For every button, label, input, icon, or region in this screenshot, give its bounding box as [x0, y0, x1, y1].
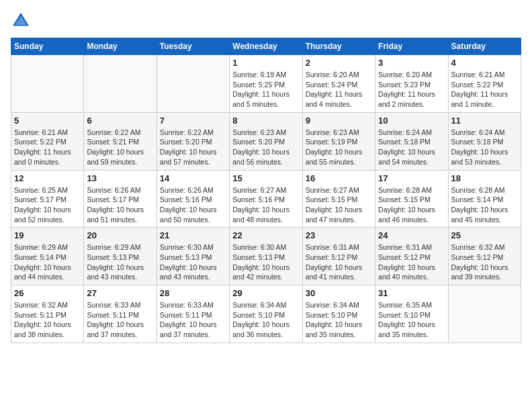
day-number: 26 — [14, 288, 81, 298]
logo-icon — [11, 11, 31, 31]
day-cell: 24Sunrise: 6:31 AMSunset: 5:12 PMDayligh… — [375, 228, 448, 285]
day-cell: 9Sunrise: 6:23 AMSunset: 5:19 PMDaylight… — [302, 112, 375, 170]
day-number: 21 — [160, 230, 226, 240]
day-cell: 28Sunrise: 6:33 AMSunset: 5:11 PMDayligh… — [157, 285, 229, 343]
day-number: 1 — [232, 58, 299, 68]
day-cell: 16Sunrise: 6:27 AMSunset: 5:15 PMDayligh… — [302, 170, 375, 228]
day-cell: 19Sunrise: 6:29 AMSunset: 5:14 PMDayligh… — [11, 228, 84, 285]
calendar-table: SundayMondayTuesdayWednesdayThursdayFrid… — [11, 38, 521, 343]
day-info: Sunrise: 6:24 AMSunset: 5:18 PMDaylight:… — [451, 128, 518, 167]
day-number: 28 — [160, 288, 226, 298]
day-info: Sunrise: 6:23 AMSunset: 5:20 PMDaylight:… — [232, 128, 299, 167]
day-cell: 27Sunrise: 6:33 AMSunset: 5:11 PMDayligh… — [84, 285, 157, 343]
day-number: 5 — [14, 116, 81, 126]
week-row-2: 5Sunrise: 6:21 AMSunset: 5:22 PMDaylight… — [11, 112, 521, 170]
day-number: 13 — [87, 173, 153, 183]
day-info: Sunrise: 6:35 AMSunset: 5:10 PMDaylight:… — [378, 300, 445, 340]
weekday-header-wednesday: Wednesday — [230, 38, 302, 55]
day-number: 3 — [378, 58, 445, 68]
day-number: 31 — [378, 288, 445, 298]
day-info: Sunrise: 6:26 AMSunset: 5:16 PMDaylight:… — [160, 185, 226, 225]
weekday-header-row: SundayMondayTuesdayWednesdayThursdayFrid… — [11, 38, 521, 55]
day-info: Sunrise: 6:34 AMSunset: 5:10 PMDaylight:… — [232, 300, 299, 340]
day-info: Sunrise: 6:31 AMSunset: 5:12 PMDaylight:… — [306, 242, 372, 282]
day-number: 30 — [306, 288, 372, 298]
day-info: Sunrise: 6:20 AMSunset: 5:23 PMDaylight:… — [378, 70, 445, 109]
day-info: Sunrise: 6:29 AMSunset: 5:14 PMDaylight:… — [14, 242, 81, 282]
day-cell — [11, 55, 84, 113]
day-cell: 20Sunrise: 6:29 AMSunset: 5:13 PMDayligh… — [84, 228, 157, 285]
day-cell — [157, 55, 229, 113]
day-cell: 12Sunrise: 6:25 AMSunset: 5:17 PMDayligh… — [11, 170, 84, 228]
day-info: Sunrise: 6:32 AMSunset: 5:11 PMDaylight:… — [14, 300, 81, 340]
day-cell — [84, 55, 157, 113]
day-cell: 1Sunrise: 6:19 AMSunset: 5:25 PMDaylight… — [230, 55, 302, 113]
day-info: Sunrise: 6:26 AMSunset: 5:17 PMDaylight:… — [87, 185, 153, 225]
day-cell: 3Sunrise: 6:20 AMSunset: 5:23 PMDaylight… — [375, 55, 448, 113]
day-info: Sunrise: 6:28 AMSunset: 5:15 PMDaylight:… — [378, 185, 445, 225]
day-number: 22 — [232, 230, 299, 240]
day-cell: 31Sunrise: 6:35 AMSunset: 5:10 PMDayligh… — [375, 285, 448, 343]
day-info: Sunrise: 6:27 AMSunset: 5:16 PMDaylight:… — [232, 185, 299, 225]
day-number: 29 — [232, 288, 299, 298]
day-info: Sunrise: 6:28 AMSunset: 5:14 PMDaylight:… — [451, 185, 518, 225]
day-number: 25 — [451, 230, 518, 240]
day-info: Sunrise: 6:21 AMSunset: 5:22 PMDaylight:… — [451, 70, 518, 109]
day-cell: 10Sunrise: 6:24 AMSunset: 5:18 PMDayligh… — [375, 112, 448, 170]
day-number: 11 — [451, 116, 518, 126]
day-number: 17 — [378, 173, 445, 183]
day-info: Sunrise: 6:27 AMSunset: 5:15 PMDaylight:… — [306, 185, 372, 225]
day-number: 12 — [14, 173, 81, 183]
day-info: Sunrise: 6:33 AMSunset: 5:11 PMDaylight:… — [87, 300, 153, 340]
day-number: 24 — [378, 230, 445, 240]
weekday-header-friday: Friday — [375, 38, 448, 55]
day-number: 18 — [451, 173, 518, 183]
day-info: Sunrise: 6:23 AMSunset: 5:19 PMDaylight:… — [306, 128, 372, 167]
day-number: 16 — [306, 173, 372, 183]
day-cell: 7Sunrise: 6:22 AMSunset: 5:20 PMDaylight… — [157, 112, 229, 170]
day-cell: 29Sunrise: 6:34 AMSunset: 5:10 PMDayligh… — [230, 285, 302, 343]
week-row-3: 12Sunrise: 6:25 AMSunset: 5:17 PMDayligh… — [11, 170, 521, 228]
day-number: 15 — [232, 173, 299, 183]
day-cell: 21Sunrise: 6:30 AMSunset: 5:13 PMDayligh… — [157, 228, 229, 285]
day-info: Sunrise: 6:30 AMSunset: 5:13 PMDaylight:… — [160, 242, 226, 282]
day-info: Sunrise: 6:32 AMSunset: 5:12 PMDaylight:… — [451, 242, 518, 282]
day-info: Sunrise: 6:33 AMSunset: 5:11 PMDaylight:… — [160, 300, 226, 340]
weekday-header-saturday: Saturday — [448, 38, 521, 55]
day-info: Sunrise: 6:19 AMSunset: 5:25 PMDaylight:… — [232, 70, 299, 109]
weekday-header-sunday: Sunday — [11, 38, 84, 55]
day-info: Sunrise: 6:29 AMSunset: 5:13 PMDaylight:… — [87, 242, 153, 282]
day-cell: 5Sunrise: 6:21 AMSunset: 5:22 PMDaylight… — [11, 112, 84, 170]
day-info: Sunrise: 6:22 AMSunset: 5:20 PMDaylight:… — [160, 128, 226, 167]
day-info: Sunrise: 6:22 AMSunset: 5:21 PMDaylight:… — [87, 128, 153, 167]
day-cell: 14Sunrise: 6:26 AMSunset: 5:16 PMDayligh… — [157, 170, 229, 228]
day-cell: 17Sunrise: 6:28 AMSunset: 5:15 PMDayligh… — [375, 170, 448, 228]
day-cell — [448, 285, 521, 343]
day-number: 19 — [14, 230, 81, 240]
weekday-header-thursday: Thursday — [302, 38, 375, 55]
week-row-1: 1Sunrise: 6:19 AMSunset: 5:25 PMDaylight… — [11, 55, 521, 113]
day-number: 7 — [160, 116, 226, 126]
day-cell: 23Sunrise: 6:31 AMSunset: 5:12 PMDayligh… — [302, 228, 375, 285]
day-cell: 30Sunrise: 6:34 AMSunset: 5:10 PMDayligh… — [302, 285, 375, 343]
day-number: 2 — [306, 58, 372, 68]
day-number: 4 — [451, 58, 518, 68]
day-number: 8 — [232, 116, 299, 126]
logo — [11, 11, 34, 31]
day-number: 9 — [306, 116, 372, 126]
day-info: Sunrise: 6:30 AMSunset: 5:13 PMDaylight:… — [232, 242, 299, 282]
day-number: 27 — [87, 288, 153, 298]
weekday-header-tuesday: Tuesday — [157, 38, 229, 55]
day-cell: 22Sunrise: 6:30 AMSunset: 5:13 PMDayligh… — [230, 228, 302, 285]
day-cell: 25Sunrise: 6:32 AMSunset: 5:12 PMDayligh… — [448, 228, 521, 285]
day-number: 6 — [87, 116, 153, 126]
day-info: Sunrise: 6:20 AMSunset: 5:24 PMDaylight:… — [306, 70, 372, 109]
day-number: 10 — [378, 116, 445, 126]
day-info: Sunrise: 6:24 AMSunset: 5:18 PMDaylight:… — [378, 128, 445, 167]
page-header — [11, 11, 521, 31]
day-cell: 13Sunrise: 6:26 AMSunset: 5:17 PMDayligh… — [84, 170, 157, 228]
day-cell: 2Sunrise: 6:20 AMSunset: 5:24 PMDaylight… — [302, 55, 375, 113]
day-number: 20 — [87, 230, 153, 240]
day-cell: 26Sunrise: 6:32 AMSunset: 5:11 PMDayligh… — [11, 285, 84, 343]
day-info: Sunrise: 6:31 AMSunset: 5:12 PMDaylight:… — [378, 242, 445, 282]
